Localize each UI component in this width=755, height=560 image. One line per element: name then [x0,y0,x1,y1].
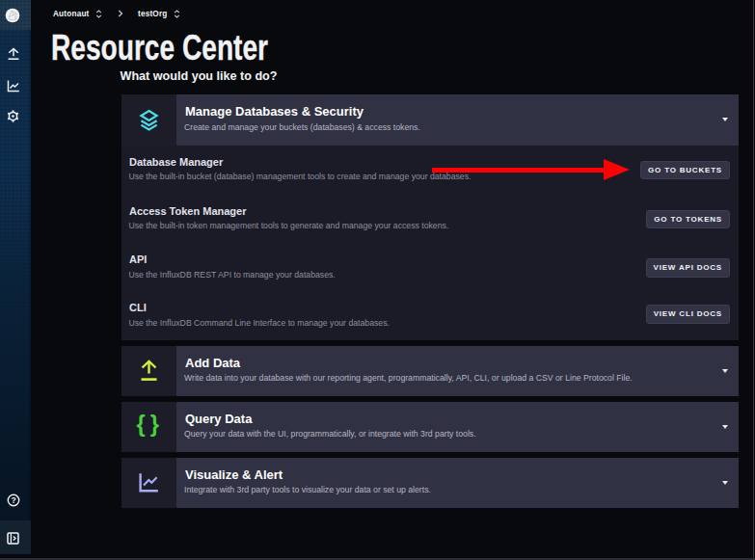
svg-text:?: ? [11,495,15,505]
